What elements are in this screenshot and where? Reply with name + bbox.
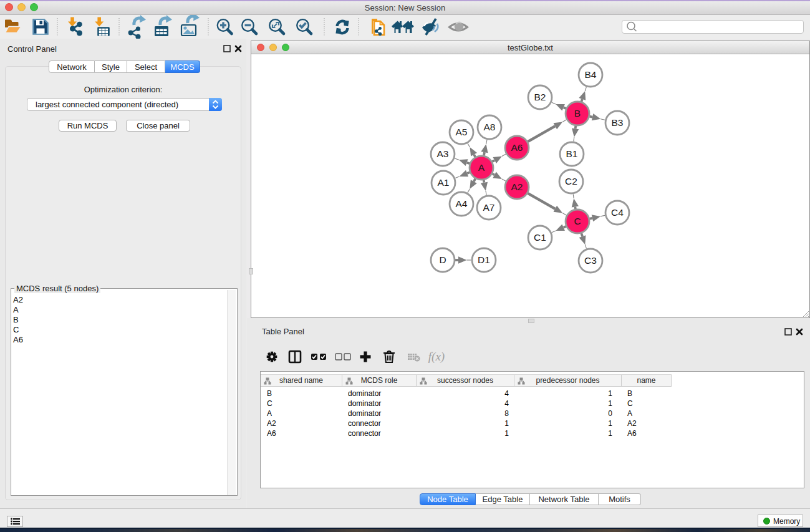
svg-text:D: D — [439, 254, 446, 265]
svg-text:A8: A8 — [484, 122, 496, 132]
svg-text:C1: C1 — [534, 232, 546, 243]
svg-text:C2: C2 — [565, 176, 577, 186]
svg-text:B3: B3 — [612, 117, 624, 128]
svg-text:A3: A3 — [437, 148, 449, 159]
svg-text:A2: A2 — [511, 181, 523, 192]
svg-text:A: A — [478, 162, 485, 173]
svg-text:C3: C3 — [584, 255, 597, 266]
svg-text:A1: A1 — [438, 177, 450, 188]
svg-text:f(x): f(x) — [428, 350, 445, 364]
svg-text:C4: C4 — [611, 207, 624, 218]
svg-text:C: C — [574, 216, 581, 226]
svg-text:D1: D1 — [478, 254, 490, 265]
svg-text:A7: A7 — [483, 202, 495, 213]
svg-text:A6: A6 — [511, 142, 523, 153]
svg-text:B: B — [574, 108, 581, 118]
svg-text:B2: B2 — [534, 92, 546, 102]
svg-text:A4: A4 — [456, 198, 468, 209]
svg-text:B4: B4 — [585, 69, 597, 80]
svg-text:B1: B1 — [566, 148, 578, 159]
svg-text:A5: A5 — [456, 127, 468, 137]
